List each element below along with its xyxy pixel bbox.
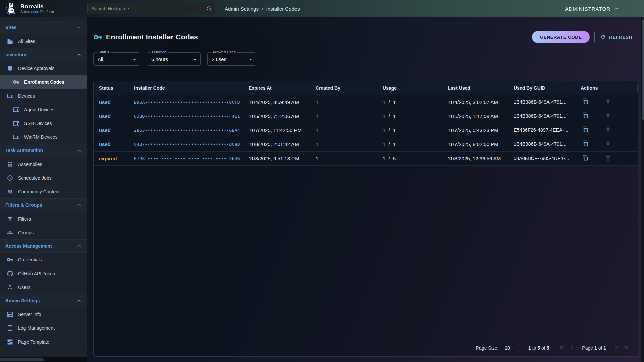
sidebar-item-users[interactable]: Users [0,280,87,294]
installer-code-cell: E798-••••-••••-••••-••••-••••-••••-964B [128,151,243,165]
devices-icon [7,93,13,99]
delete-code-button[interactable] [605,155,611,162]
funnel-icon [7,216,13,222]
sidebar-item-github-api-token[interactable]: GitHub API Token [0,266,87,280]
hostname-search [87,3,215,14]
sidebar-item-log-management[interactable]: Log Management [0,321,87,335]
sidebar-section-filters-groups[interactable]: Filters & Groups [0,198,87,212]
search-input[interactable] [87,3,215,14]
sidebar-section-inventory[interactable]: Inventory [0,48,87,61]
filter-list-icon[interactable] [302,85,307,91]
sidebar-item-filters[interactable]: Filters [0,212,87,226]
first-page-button[interactable] [558,344,565,352]
filter-list-icon[interactable] [120,85,125,91]
copy-code-button[interactable] [582,126,589,134]
sidebar-item-credentials[interactable]: Credentials [0,253,87,266]
dropdown-arrow-icon [247,56,254,63]
status-cell: used [94,123,128,137]
last-used-cell: 11/7/2025, 5:43:23 PM [442,123,508,137]
chevron-up-icon [76,243,82,249]
filter-list-icon[interactable] [369,85,374,91]
community-icon [7,188,13,195]
filter-list-icon[interactable] [629,85,634,91]
sidebar-item-groups[interactable]: Groups [0,226,87,239]
page-vertical-scrollbar[interactable] [641,17,644,362]
column-header-status: Status [94,81,128,95]
sidebar-item-assemblies[interactable]: Assemblies [0,157,87,171]
status-filter-select[interactable]: Status All [93,52,140,66]
copy-code-button[interactable] [582,140,589,148]
template-icon [7,339,13,345]
sidebar-item-agent-devices[interactable]: Agent Devices [0,103,87,116]
usage-cell: 1 / 1 [377,137,442,151]
clock-icon [7,175,13,181]
sidebar-item-winrm-devices[interactable]: WinRM Devices [0,130,87,144]
dropdown-arrow-icon [512,346,516,350]
column-header-expires-at: Expires At [243,81,310,95]
last-page-button[interactable] [623,344,630,352]
expires-at-cell: 11/4/2025, 8:59:49 AM [243,95,310,109]
sidebar-item-devices[interactable]: Devices [0,89,87,103]
delete-code-button[interactable] [605,140,611,148]
next-page-button[interactable] [613,344,620,352]
delete-code-button[interactable] [605,112,611,120]
trash-icon [605,126,611,133]
expires-at-cell: 11/8/2025, 9:51:13 PM [243,151,310,165]
delete-code-button[interactable] [605,98,611,106]
user-menu-label: ADMINISTRATOR [565,6,610,12]
filter-list-icon[interactable] [499,85,505,91]
brand-name: Borealis [20,4,54,10]
page-size-select[interactable]: 20 [502,344,519,352]
brand-subtitle: Automation Platform [20,10,54,14]
filter-list-icon[interactable] [434,85,439,91]
last-used-cell: 11/8/2025, 12:36:56 AM [442,151,508,165]
groups-icon [7,229,13,236]
column-header-installer-code: Installer Code [128,81,243,95]
trash-icon [605,155,611,161]
allowed-uses-filter-select[interactable]: Allowed Uses 2 uses [207,52,256,66]
duration-filter-value: 6 hours [151,56,168,62]
scrollbar-thumb[interactable] [0,358,44,361]
page-size-label: Page Size: [476,345,499,351]
dropdown-arrow-icon [131,56,138,63]
sidebar-item-server-info[interactable]: Server Info [0,307,87,321]
sidebar-item-page-template[interactable]: Page Template [0,335,87,349]
sidebar-section-access-management[interactable]: Access Management [0,239,87,253]
sidebar-section-task-automation[interactable]: Task Automation [0,144,87,157]
page-header: Enrollment Installer Codes GENERATE CODE… [93,29,638,44]
copy-icon [582,155,589,161]
sidebar-section-admin-settings[interactable]: Admin Settings [0,294,87,307]
scrollbar-thumb[interactable] [642,19,644,120]
copy-code-button[interactable] [582,98,589,106]
allowed-uses-filter-label: Allowed Uses [211,50,237,54]
devices-icon [13,106,19,113]
duration-filter-select[interactable]: Duration 6 hours [147,52,201,66]
sidebar-item-device-approvals[interactable]: Device Approvals [0,61,87,75]
refresh-button[interactable]: REFRESH [594,31,638,43]
delete-code-button[interactable] [605,126,611,134]
sidebar-horizontal-scrollbar[interactable] [0,357,87,362]
previous-page-button[interactable] [569,344,575,352]
sidebar-item-enrollment-codes[interactable]: Enrollment Codes [0,75,87,89]
generate-code-button[interactable]: GENERATE CODE [532,31,590,43]
sidebar-item-scheduled-jobs[interactable]: Scheduled Jobs [0,171,87,185]
sidebar-item-all-sites[interactable]: All Sites [0,34,87,48]
breadcrumb-installer-codes[interactable]: Installer Codes [266,6,300,12]
dropdown-arrow-icon [192,56,198,63]
copy-icon [582,112,589,119]
breadcrumb-admin-settings[interactable]: Admin Settings [225,6,259,12]
sidebar-item-community-content[interactable]: Community Content [0,185,87,198]
expires-at-cell: 11/5/2025, 7:12:06 AM [243,109,310,123]
shield-icon [7,65,13,72]
usage-cell: 1 / 1 [377,109,442,123]
filter-list-icon[interactable] [567,85,572,91]
sidebar-item-ssh-devices[interactable]: SSH Devices [0,116,87,130]
devices-icon [13,134,19,140]
filter-list-icon[interactable] [234,85,240,91]
status-filter-value: All [98,56,103,62]
user-menu[interactable]: ADMINISTRATOR [565,6,619,12]
copy-code-button[interactable] [582,112,589,120]
sidebar-section-sites[interactable]: Sites [0,21,87,34]
server-icon [7,311,13,318]
copy-code-button[interactable] [582,155,589,162]
